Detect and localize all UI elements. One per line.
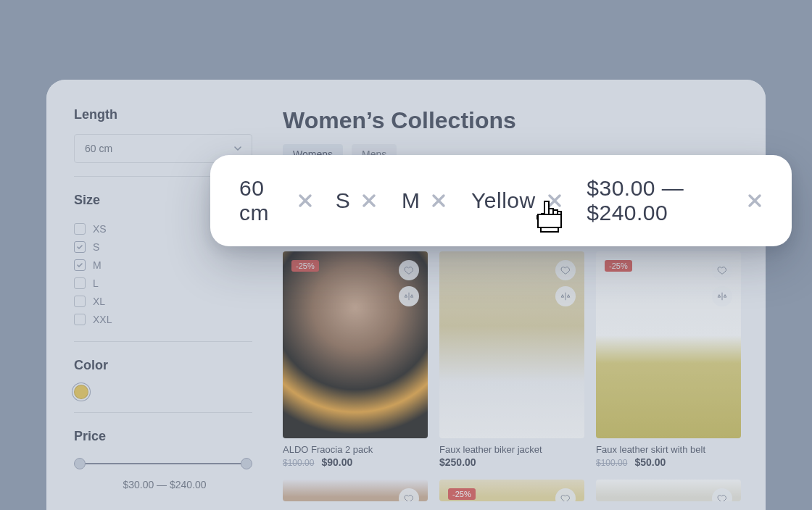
checkbox-checked-icon [74, 241, 86, 253]
filter-chip-label: M [402, 188, 420, 213]
product-thumbnail [283, 480, 428, 501]
product-name: Faux leather skirt with belt [596, 444, 741, 455]
product-current-price: $90.00 [321, 456, 352, 468]
remove-filter-button[interactable] [428, 191, 449, 211]
filter-chip-label: 60 cm [239, 176, 289, 225]
color-section-title: Color [74, 358, 255, 373]
price-section-title: Price [74, 429, 255, 444]
wishlist-button[interactable] [555, 260, 576, 280]
discount-badge: -25% [291, 260, 319, 272]
remove-filter-button[interactable] [746, 191, 763, 211]
product-thumbnail: -25% [439, 480, 584, 501]
size-option-label: M [93, 259, 102, 271]
compare-button[interactable] [555, 286, 576, 306]
product-current-price: $50.00 [634, 456, 666, 468]
remove-filter-button[interactable] [544, 191, 565, 211]
checkbox-checked-icon [74, 259, 86, 271]
color-swatch-yellow[interactable] [74, 385, 88, 399]
checkbox-icon [74, 314, 86, 325]
product-price: $250.00 [439, 456, 584, 468]
discount-badge: -25% [448, 488, 476, 500]
product-card[interactable]: -25% [439, 480, 584, 501]
slider-knob-min[interactable] [74, 458, 86, 469]
filter-chip-label: Yellow [471, 188, 536, 213]
product-grid: -25% ALDO Fraocia 2 pack $100.00 $90.00 [283, 251, 766, 501]
app-panel: Length 60 cm Size XS S [46, 80, 766, 510]
product-current-price: $250.00 [439, 456, 476, 468]
length-select-value: 60 cm [85, 143, 112, 154]
price-range-slider[interactable] [74, 456, 252, 472]
size-option-label: L [93, 277, 99, 289]
product-name: Faux leather biker jacket [439, 444, 584, 455]
remove-filter-button[interactable] [359, 191, 379, 211]
color-swatches [74, 385, 255, 399]
page-title: Women’s Collections [283, 107, 766, 134]
filter-chip-length: 60 cm [239, 176, 313, 225]
filter-chip-size-m: M [402, 188, 450, 213]
checkbox-icon [74, 223, 86, 235]
product-name: ALDO Fraocia 2 pack [283, 444, 428, 455]
product-card[interactable]: Faux leather biker jacket $250.00 [439, 251, 584, 468]
chevron-down-icon [234, 145, 241, 152]
price-range-label: $30.00 — $240.00 [74, 479, 255, 490]
product-card[interactable]: -25% Faux leather skirt with belt $100.0… [596, 251, 741, 468]
filter-chip-label: S [336, 188, 351, 213]
divider [74, 341, 252, 342]
checkbox-icon [74, 277, 86, 289]
wishlist-button[interactable] [399, 260, 419, 280]
filter-chip-price: $30.00 — $240.00 [587, 176, 763, 225]
wishlist-button[interactable] [555, 488, 576, 501]
size-option-label: XXL [93, 314, 112, 325]
compare-button[interactable] [712, 286, 732, 306]
product-card[interactable] [283, 480, 428, 501]
product-thumbnail: -25% [596, 251, 741, 438]
product-thumbnail [439, 251, 584, 438]
product-thumbnail [596, 480, 741, 501]
compare-button[interactable] [399, 286, 419, 306]
product-thumbnail: -25% [283, 251, 428, 438]
product-price: $100.00 $50.00 [596, 456, 741, 468]
filter-chip-label: $30.00 — $240.00 [587, 176, 737, 225]
size-option-label: XS [93, 223, 107, 235]
product-old-price: $100.00 [596, 458, 627, 468]
wishlist-button[interactable] [399, 488, 419, 501]
filter-chip-size-s: S [336, 188, 380, 213]
filter-chip-color-yellow: Yellow [471, 188, 565, 213]
remove-filter-button[interactable] [297, 191, 314, 211]
divider [74, 412, 252, 413]
wishlist-button[interactable] [712, 260, 732, 280]
size-option-label: XL [93, 296, 105, 307]
slider-knob-max[interactable] [241, 458, 252, 469]
size-option-label: S [93, 241, 99, 253]
size-option-m[interactable]: M [74, 256, 255, 274]
length-section-title: Length [74, 107, 255, 122]
product-price: $100.00 $90.00 [283, 456, 428, 468]
size-option-xl[interactable]: XL [74, 292, 255, 310]
size-option-xxl[interactable]: XXL [74, 310, 255, 328]
product-card[interactable] [596, 480, 741, 501]
discount-badge: -25% [605, 260, 632, 272]
checkbox-icon [74, 296, 86, 307]
product-card[interactable]: -25% ALDO Fraocia 2 pack $100.00 $90.00 [283, 251, 428, 468]
slider-track-fill [79, 463, 247, 464]
active-filters-pill: 60 cm S M Yellow $30.00 — $240.00 [210, 155, 792, 246]
size-option-l[interactable]: L [74, 274, 255, 292]
product-old-price: $100.00 [283, 458, 314, 468]
wishlist-button[interactable] [712, 488, 732, 501]
